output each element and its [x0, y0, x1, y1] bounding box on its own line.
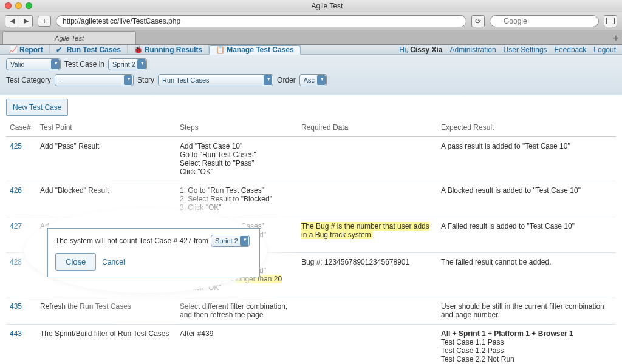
browser-tab[interactable]: Agile Test	[2, 31, 136, 44]
cell-test-point: Refresh the Run Test Cases	[36, 297, 176, 325]
status-label: Test Case in	[64, 60, 104, 69]
nav-run-test-cases[interactable]: ✔Run Test Cases	[50, 45, 128, 54]
cell-expected: A Failed result is added to "Test Case 1…	[437, 217, 616, 253]
cell-expected: The failed result cannot be added.	[437, 253, 616, 297]
cell-required-data	[298, 325, 437, 365]
dialog-cancel-link[interactable]: Cancel	[102, 258, 125, 266]
search-input[interactable]	[490, 15, 599, 27]
cell-required-data	[298, 137, 437, 181]
bug-icon: 🐞	[134, 46, 142, 54]
order-label: Order	[277, 76, 296, 84]
table-row: 443The Sprint/Build filter of Run Test C…	[6, 325, 616, 365]
link-administration[interactable]: Administration	[446, 46, 500, 54]
nav-manage-test-cases[interactable]: 📋Manage Test Cases	[209, 46, 301, 55]
cell-expected: A pass result is added to "Test Case 10"	[437, 137, 616, 181]
dialog-sprint-select[interactable]: Sprint 2	[211, 235, 250, 247]
app-content: 📈Report ✔Run Test Cases 🐞Running Results…	[0, 45, 622, 364]
forward-button[interactable]: ▶	[19, 16, 32, 27]
add-bookmark-button[interactable]: +	[38, 16, 51, 27]
status-select[interactable]: Valid	[6, 58, 61, 70]
confirm-dialog: The system will not count Test Case # 42…	[47, 228, 260, 277]
dialog-text: The system will not count Test Case # 42…	[55, 235, 252, 247]
filter-bar: Valid Test Case in Sprint 2 Test Categor…	[0, 55, 622, 95]
list-icon: 📋	[216, 46, 224, 54]
sprint-select[interactable]: Sprint 2	[108, 58, 147, 70]
link-feedback[interactable]: Feedback	[551, 46, 590, 54]
check-icon: ✔	[56, 46, 64, 54]
app-nav: 📈Report ✔Run Test Cases 🐞Running Results…	[0, 45, 622, 55]
nav-running-results[interactable]: 🐞Running Results	[128, 45, 209, 54]
window-titlebar: Agile Test	[0, 0, 622, 12]
case-link[interactable]: 427	[10, 222, 22, 231]
th-required-data: Required Data	[298, 120, 437, 137]
dialog-close-button[interactable]: Close	[55, 253, 96, 271]
story-label: Story	[137, 76, 154, 84]
nav-buttons: ◀ ▶	[5, 15, 33, 27]
table-row: 435Refresh the Run Test CasesSelect diff…	[6, 297, 616, 325]
case-link[interactable]: 428	[10, 258, 22, 266]
cell-required-data	[298, 297, 437, 325]
case-link[interactable]: 435	[10, 302, 22, 311]
cell-expected: User should be still in the current filt…	[437, 297, 616, 325]
reload-button[interactable]: ⟳	[471, 15, 485, 27]
table-row: 425Add "Pass" ResultAdd "Test Case 10" G…	[6, 137, 616, 181]
cell-test-point: Add "Pass" Result	[36, 137, 176, 181]
cell-required-data: Bug #: 123456789012345678901	[298, 253, 437, 297]
nav-report[interactable]: 📈Report	[2, 45, 50, 54]
tab-bar: Agile Test +	[0, 30, 622, 45]
story-select[interactable]: Run Test Cases	[158, 74, 273, 86]
th-expected: Expected Result	[437, 120, 616, 137]
bookmarks-button[interactable]	[604, 15, 617, 27]
minimize-window-button[interactable]	[15, 2, 22, 9]
th-steps: Steps	[176, 120, 298, 137]
th-case: Case#	[6, 120, 36, 137]
link-logout[interactable]: Logout	[590, 46, 620, 54]
zoom-window-button[interactable]	[26, 2, 32, 9]
link-user-settings[interactable]: User Settings	[500, 46, 551, 54]
new-tab-button[interactable]: +	[610, 32, 622, 44]
chart-icon: 📈	[9, 46, 17, 54]
new-test-case-button[interactable]: New Test Case	[6, 99, 68, 116]
case-link[interactable]: 426	[10, 186, 22, 195]
close-window-button[interactable]	[5, 2, 12, 9]
category-select[interactable]: -	[55, 74, 134, 86]
cell-steps: Add "Test Case 10" Go to "Run Test Cases…	[176, 137, 298, 181]
cell-expected: All + Sprint 1 + Platform 1 + Browser 1 …	[437, 325, 616, 365]
order-select[interactable]: Asc	[299, 74, 327, 86]
cell-steps: After #439	[176, 325, 298, 365]
back-button[interactable]: ◀	[5, 16, 19, 27]
th-test-point: Test Point	[36, 120, 176, 137]
browser-toolbar: ◀ ▶ + ⟳	[0, 12, 622, 30]
cell-required-data: The Bug # is the number that user adds i…	[298, 217, 437, 253]
cell-steps: Select different filter combination, and…	[176, 297, 298, 325]
window-title: Agile Test	[32, 2, 622, 10]
url-input[interactable]	[56, 15, 466, 27]
case-link[interactable]: 425	[10, 142, 22, 150]
cell-expected: A Blocked result is added to "Test Case …	[437, 181, 616, 217]
case-link[interactable]: 443	[10, 329, 22, 338]
category-label: Test Category	[6, 76, 51, 84]
cell-test-point: The Sprint/Build filter of Run Test Case…	[36, 325, 176, 365]
cell-required-data	[298, 181, 437, 217]
user-greeting: Hi, Cissy Xia	[395, 46, 446, 54]
